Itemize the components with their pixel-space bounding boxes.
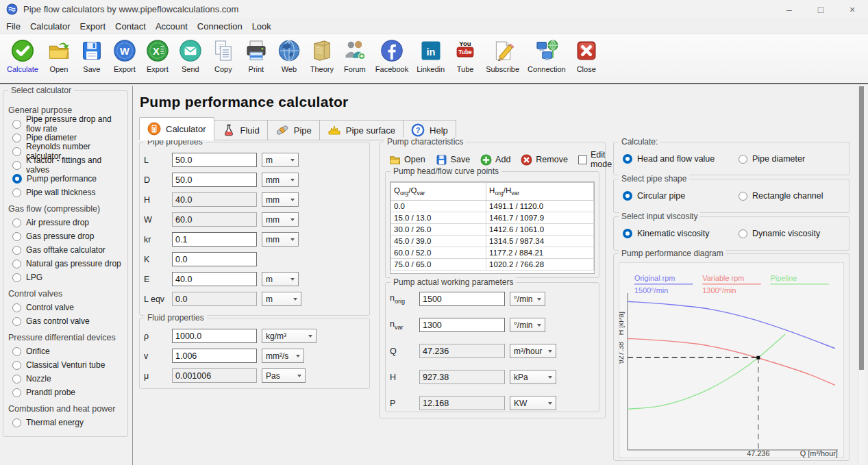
toolbar-close-button[interactable]: Close (570, 38, 603, 73)
radio-icon[interactable] (12, 161, 21, 170)
toolbar-print-button[interactable]: Print (240, 38, 273, 73)
table-cell[interactable]: 1020.2 / 766.28 (486, 259, 594, 271)
scrollbar-thumb[interactable] (859, 86, 864, 370)
unit-select-l[interactable]: m (262, 153, 299, 167)
menu-export[interactable]: Export (75, 21, 110, 32)
table-row[interactable]: 45.0 / 39.01314.5 / 987.34 (391, 236, 594, 247)
table-cell[interactable]: 1314.5 / 987.34 (486, 236, 594, 247)
toolbar-calculate-button[interactable]: Calculate (3, 38, 42, 73)
toolbar-connection-button[interactable]: Connection (523, 38, 570, 73)
table-cell[interactable]: 0.0 (391, 201, 486, 212)
sidebar-item-natural-gas-pressure-drop[interactable]: Natural gas pressure drop (7, 257, 126, 271)
toolbar-save-button[interactable]: Save (75, 38, 108, 73)
sidebar-item-control-valve[interactable]: Control valve (7, 301, 126, 314)
radio-icon[interactable] (12, 260, 21, 268)
toolbar-copy-button[interactable]: Copy (207, 38, 240, 73)
unit-select-d[interactable]: mm (262, 173, 299, 187)
unit-select-nvar[interactable]: °/min (510, 318, 545, 332)
checkbox-icon[interactable] (578, 155, 587, 164)
edit-mode-checkbox[interactable]: Edit mode (578, 150, 612, 169)
sidebar-item-prandtl-probe[interactable]: Prandtl probe (7, 386, 126, 399)
input-[interactable] (172, 329, 257, 343)
input-nvar[interactable] (419, 318, 505, 332)
sidebar-item-gas-offtake-calculator[interactable]: Gas offtake calculator (7, 243, 126, 257)
input-norig[interactable] (419, 292, 505, 306)
menu-connection[interactable]: Connection (193, 21, 247, 32)
radio-icon[interactable] (12, 218, 21, 227)
radio-icon[interactable] (12, 134, 21, 142)
option-circular-pipe[interactable]: Circular pipe (623, 191, 739, 201)
table-row[interactable]: 75.0 / 65.01020.2 / 766.28 (391, 259, 594, 271)
table-row[interactable]: 15.0 / 13.01461.7 / 1097.9 (391, 212, 594, 224)
toolbar-linkedin-button[interactable]: inLinkedin (412, 38, 449, 73)
table-cell[interactable]: 1177.2 / 884.21 (486, 247, 594, 259)
unit-select-q[interactable]: m³/hour (510, 344, 556, 358)
tab-fluid[interactable]: Fluid (214, 120, 268, 140)
unit-select-kr[interactable]: mm (262, 232, 299, 247)
table-row[interactable]: 30.0 / 26.01412.6 / 1061.0 (391, 224, 594, 236)
table-cell[interactable]: 75.0 / 65.0 (391, 259, 486, 271)
radio-icon[interactable] (623, 191, 632, 201)
input-v[interactable] (172, 349, 257, 363)
unit-select-w[interactable]: mm (262, 212, 299, 227)
unit-select-l-eqv[interactable]: m (262, 292, 301, 306)
open-curve-button[interactable]: Open (389, 154, 425, 166)
radio-icon[interactable] (12, 246, 21, 255)
radio-icon[interactable] (623, 229, 632, 238)
table-cell[interactable]: 45.0 / 39.0 (391, 236, 486, 247)
menu-calculator[interactable]: Calculator (25, 21, 75, 32)
radio-icon[interactable] (12, 418, 21, 427)
table-cell[interactable]: 1491.1 / 1120.0 (486, 201, 594, 212)
sidebar-item-lpg[interactable]: LPG (7, 271, 126, 284)
unit-select-[interactable]: kg/m³ (262, 329, 317, 343)
input-l[interactable] (172, 153, 257, 167)
input-d[interactable] (172, 173, 257, 187)
unit-select-p[interactable]: KW (510, 396, 556, 410)
toolbar-open-button[interactable]: Open (42, 38, 75, 73)
radio-icon[interactable] (623, 154, 632, 164)
radio-icon[interactable] (12, 361, 21, 370)
sidebar-item-air-pressure-drop[interactable]: Air pressure drop (7, 216, 126, 229)
sidebar-item-gas-control-valve[interactable]: Gas control valve (7, 314, 126, 328)
table-cell[interactable]: 60.0 / 52.0 (391, 247, 486, 259)
close-button[interactable]: × (836, 0, 868, 18)
vertical-scrollbar[interactable] (858, 86, 865, 465)
menu-account[interactable]: Account (151, 21, 193, 32)
toolbar-export-button[interactable]: XExport (141, 38, 174, 73)
unit-select-[interactable]: Pas (262, 368, 306, 383)
sidebar-item-k-factor-fittings-and-valves[interactable]: K factor - fittings and valves (7, 158, 126, 172)
unit-select-v[interactable]: mm²/s (262, 349, 304, 363)
option-kinematic-viscosity[interactable]: Kinematic viscosity (623, 229, 739, 238)
toolbar-facebook-button[interactable]: Facebook (371, 38, 412, 73)
remove-curve-button[interactable]: Remove (521, 154, 568, 166)
table-cell[interactable]: 15.0 / 13.0 (391, 212, 486, 224)
save-curve-button[interactable]: Save (436, 154, 471, 166)
tab-pipe[interactable]: Pipe (267, 120, 320, 140)
unit-select-h[interactable]: mm (262, 192, 299, 207)
radio-icon[interactable] (12, 120, 21, 129)
maximize-button[interactable]: □ (805, 0, 836, 18)
toolbar-tube-button[interactable]: YouTubeTube (449, 38, 482, 73)
input-kr[interactable] (172, 232, 257, 247)
menu-file[interactable]: File (1, 21, 25, 32)
radio-icon[interactable] (12, 303, 21, 312)
unit-select-norig[interactable]: °/min (510, 292, 545, 306)
radio-icon[interactable] (12, 375, 21, 384)
radio-icon[interactable] (12, 188, 21, 197)
table-row[interactable]: 0.01491.1 / 1120.0 (391, 201, 594, 212)
input-e[interactable] (172, 272, 257, 286)
toolbar-web-button[interactable]: Web (273, 38, 306, 73)
toolbar-forum-button[interactable]: Forum (338, 38, 371, 73)
radio-icon[interactable] (12, 147, 21, 156)
tab-calculator[interactable]: Calculator (139, 117, 214, 140)
toolbar-send-button[interactable]: Send (174, 38, 207, 73)
sidebar-item-gas-pressure-drop[interactable]: Gas pressure drop (7, 229, 126, 243)
table-cell[interactable]: 1461.7 / 1097.9 (486, 212, 594, 224)
menu-look[interactable]: Look (247, 21, 276, 32)
add-curve-button[interactable]: Add (480, 154, 510, 166)
sidebar-item-pipe-pressure-drop-and-flow-rate[interactable]: Pipe pressure drop and flow rate (7, 117, 126, 131)
unit-select-h[interactable]: kPa (510, 370, 556, 384)
toolbar-export-button[interactable]: WExport (108, 38, 141, 73)
unit-select-e[interactable]: m (262, 272, 299, 286)
table-cell[interactable]: 30.0 / 26.0 (391, 224, 486, 236)
